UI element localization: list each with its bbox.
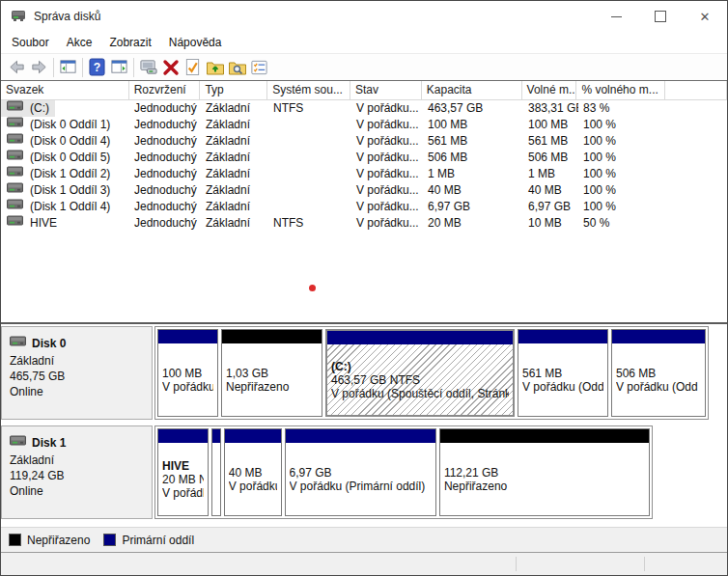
menu-item-view[interactable]: Zobrazit <box>100 34 159 51</box>
partition-disk0-unallocated[interactable]: 1,03 GBNepřiřazeno <box>221 329 322 417</box>
volume-label: (Disk 0 Oddíl 4) <box>1 133 116 150</box>
drive-icon <box>7 166 30 182</box>
folder-search-icon[interactable] <box>226 57 248 78</box>
table-row[interactable]: (Disk 0 Oddíl 5)JednoduchýZákladníV pořá… <box>1 150 727 166</box>
checklist-icon[interactable] <box>248 57 270 78</box>
forward-icon[interactable] <box>28 57 50 78</box>
column-header-5[interactable]: Kapacita <box>422 81 522 99</box>
table-row[interactable]: (Disk 1 Oddíl 4)JednoduchýZákladníV pořá… <box>1 199 727 215</box>
volume-label: (Disk 1 Oddíl 4) <box>1 199 116 215</box>
partition-type-stripe <box>440 429 649 443</box>
partition-disk0-100mb[interactable]: 100 MBV pořádku <box>157 329 218 417</box>
cell-layout: Jednoduchý <box>129 166 201 182</box>
cell-free_pct: 100 % <box>578 199 667 215</box>
show-console-tree-icon[interactable] <box>57 57 79 78</box>
disk-info-line: Základní <box>10 353 144 369</box>
close-button[interactable]: ✕ <box>683 1 727 32</box>
cell-layout: Jednoduchý <box>129 150 201 166</box>
menu-item-file[interactable]: Soubor <box>3 34 58 51</box>
partition-disk1-1mb[interactable] <box>211 428 221 516</box>
toolbar-separator <box>82 58 83 77</box>
partition-area-0: 100 MBV pořádku1,03 GBNepřiřazeno(C:)463… <box>154 326 709 420</box>
help-icon[interactable]: ? <box>86 57 108 78</box>
cell-filesystem <box>268 199 351 215</box>
column-header-3[interactable]: Systém sou... <box>267 81 350 99</box>
maximize-button[interactable] <box>638 1 683 32</box>
cell-status: V pořádku... <box>351 117 423 133</box>
drive-icon <box>7 182 30 199</box>
partition-label: HIVE20 MB NTFSV pořádku <box>158 443 208 515</box>
cell-free: 6,97 GB <box>523 199 578 215</box>
cell-capacity: 6,97 GB <box>423 199 523 215</box>
column-header-4[interactable]: Stav <box>350 81 422 99</box>
disk-info-line: 119,24 GB <box>10 468 144 483</box>
volume-name: (Disk 0 Oddíl 1) <box>30 117 110 133</box>
column-header-2[interactable]: Typ <box>200 81 267 99</box>
cell-layout: Jednoduchý <box>129 182 201 199</box>
column-header-8[interactable] <box>665 81 727 99</box>
volume-label: (Disk 1 Oddíl 2) <box>1 166 116 182</box>
partition-label: 561 MBV pořádku (Odd <box>518 343 607 416</box>
partition-disk1-unallocated[interactable]: 112,21 GBNepřiřazeno <box>439 428 650 516</box>
cell-free_pct: 100 % <box>578 133 667 150</box>
table-row[interactable]: HIVEJednoduchýZákladníNTFSV pořádku...20… <box>1 215 727 232</box>
legend-swatch-primary-partition <box>103 534 116 546</box>
minimize-button[interactable] <box>594 1 638 32</box>
folder-up-icon[interactable] <box>204 57 226 78</box>
disk-info-panel-0[interactable]: Disk 0Základní465,75 GBOnline <box>1 326 153 420</box>
show-action-pane-icon[interactable] <box>108 57 130 78</box>
back-icon[interactable] <box>6 57 28 78</box>
menu-item-action[interactable]: Akce <box>58 34 101 51</box>
delete-volume-icon[interactable] <box>159 57 182 78</box>
cell-type: Základní <box>201 133 268 150</box>
disk-management-window: { "window": { "title": "Správa disků" },… <box>0 0 728 576</box>
partition-disk0-561mb[interactable]: 561 MBV pořádku (Odd <box>518 329 608 417</box>
partition-disk0-c[interactable]: (C:)463,57 GB NTFSV pořádku (Spouštěcí o… <box>325 329 515 417</box>
column-header-0[interactable]: Svazek <box>1 81 129 99</box>
disk-name-label: Disk 1 <box>32 436 66 450</box>
partition-disk0-506mb[interactable]: 506 MBV pořádku (Odd <box>611 329 706 417</box>
status-separator <box>644 557 645 571</box>
check-file-icon[interactable] <box>182 57 204 78</box>
window-title: Správa disků <box>34 10 100 23</box>
legend-bar: NepřiřazenoPrimární oddíl <box>1 527 727 553</box>
cell-filesystem <box>268 117 351 133</box>
partition-disk1-40mb[interactable]: 40 MBV pořádku <box>224 428 282 516</box>
computer-drive-icon[interactable] <box>137 57 159 78</box>
cell-volume: (Disk 1 Oddíl 2) <box>1 166 129 182</box>
app-disk-icon <box>11 8 26 26</box>
table-row[interactable]: (Disk 1 Oddíl 3)JednoduchýZákladníV pořá… <box>1 182 727 199</box>
partition-type-stripe <box>222 330 322 343</box>
column-header-6[interactable]: Volné m... <box>522 81 577 99</box>
partition-type-stripe <box>612 330 705 343</box>
partition-type-stripe <box>286 429 435 443</box>
partition-text-line: 6,97 GB <box>290 466 432 480</box>
recording-dot <box>309 285 316 291</box>
toolbar: ? <box>1 54 727 81</box>
volume-name: (C:) <box>30 100 49 117</box>
legend-label: Nepřiřazeno <box>27 534 90 547</box>
volume-name: (Disk 1 Oddíl 2) <box>30 166 110 182</box>
table-row[interactable]: (Disk 0 Oddíl 4)JednoduchýZákladníV pořá… <box>1 133 727 150</box>
column-header-7[interactable]: % volného m... <box>576 81 665 99</box>
table-row[interactable]: (Disk 1 Oddíl 2)JednoduchýZákladníV pořá… <box>1 166 727 182</box>
cell-layout: Jednoduchý <box>129 133 201 150</box>
menu-item-help[interactable]: Nápověda <box>160 34 231 51</box>
cell-filesystem: NTFS <box>268 100 351 117</box>
table-row[interactable]: (C:)JednoduchýZákladníNTFSV pořádku...46… <box>1 100 727 117</box>
disk-info-panel-1[interactable]: Disk 1Základní119,24 GBOnline <box>1 425 153 519</box>
svg-text:?: ? <box>94 61 101 74</box>
cell-free_pct: 83 % <box>578 100 667 117</box>
status-bar <box>1 553 727 575</box>
partition-label: 506 MBV pořádku (Odd <box>612 343 705 416</box>
cell-free: 10 MB <box>523 215 578 232</box>
cell-capacity: 1 MB <box>423 166 523 182</box>
drive-icon <box>7 215 30 232</box>
partition-label: 112,21 GBNepřiřazeno <box>440 443 649 515</box>
table-row[interactable]: (Disk 0 Oddíl 1)JednoduchýZákladníV pořá… <box>1 117 727 133</box>
partition-disk1-697gb[interactable]: 6,97 GBV pořádku (Primární oddíl) <box>285 428 436 516</box>
partition-disk1-hive[interactable]: HIVE20 MB NTFSV pořádku <box>157 428 209 516</box>
cell-capacity: 506 MB <box>423 150 523 166</box>
cell-free: 506 MB <box>523 150 578 166</box>
column-header-1[interactable]: Rozvržení <box>129 81 201 99</box>
